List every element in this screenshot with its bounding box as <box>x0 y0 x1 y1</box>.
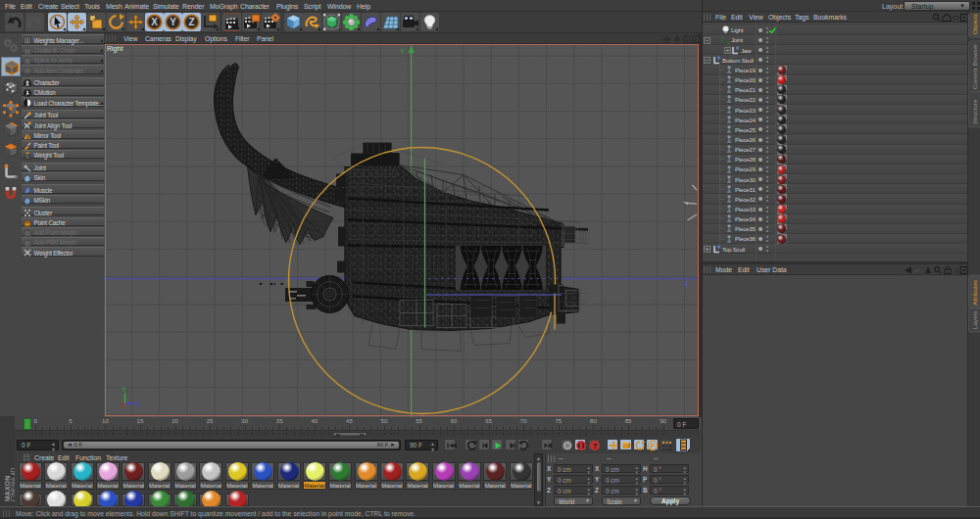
svg-text:Y: Y <box>122 386 126 393</box>
svg-text:Y: Y <box>400 46 405 55</box>
svg-text:Structure: Structure <box>971 99 978 124</box>
svg-text:Y: Y <box>170 17 176 27</box>
svg-text:Layers: Layers <box>971 310 978 329</box>
svg-text:Objects: Objects <box>971 14 978 34</box>
svg-text:8: 8 <box>955 267 958 274</box>
svg-text:Z: Z <box>188 17 194 27</box>
svg-text:X: X <box>122 401 126 407</box>
svg-text:X: X <box>151 17 158 27</box>
svg-text:P: P <box>650 441 655 449</box>
svg-text:Content Browser: Content Browser <box>971 44 978 89</box>
svg-text:Z: Z <box>137 401 142 407</box>
svg-text:?: ? <box>592 442 597 450</box>
svg-text:Attributes: Attributes <box>971 280 978 306</box>
svg-text:Z: Z <box>684 278 689 287</box>
